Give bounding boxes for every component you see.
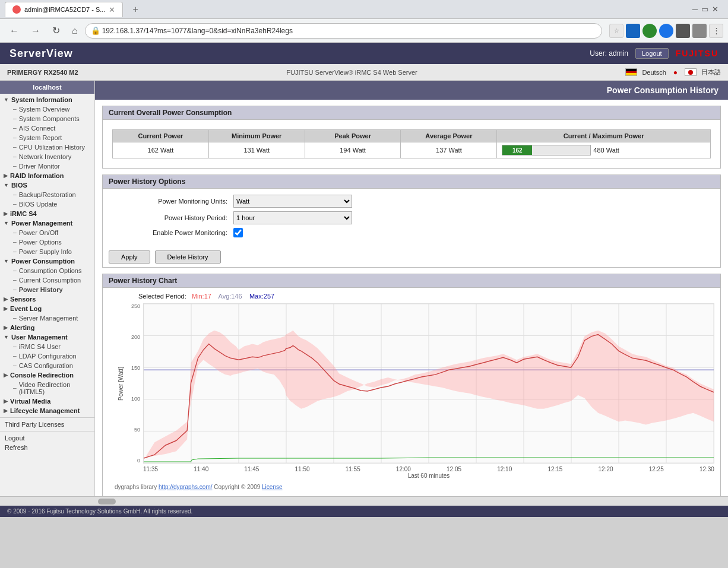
- sidebar-item-cas[interactable]: ─ CAS Configuration: [0, 361, 94, 370]
- license-link[interactable]: License: [262, 484, 282, 490]
- restore-button[interactable]: ▭: [701, 5, 708, 14]
- power-bar-outer: 162: [502, 145, 591, 156]
- sidebar-item-system-overview[interactable]: ─ System Overview: [0, 104, 94, 114]
- label: Consumption Options: [19, 267, 82, 274]
- sidebar-item-bios[interactable]: ▼ BIOS: [0, 180, 94, 190]
- app-header-user: User: admin Logout FUJITSU: [590, 48, 718, 59]
- sidebar-item-irmc-s4[interactable]: ▶ iRMC S4: [0, 209, 94, 218]
- sidebar-item-power-on-off[interactable]: ─ Power On/Off: [0, 228, 94, 237]
- col-average: Average Power: [401, 130, 497, 142]
- dygraphs-link[interactable]: http://dygraphs.com/: [159, 484, 213, 490]
- max-val: Max:257: [249, 293, 274, 300]
- chart-title: Power History Chart: [103, 274, 720, 288]
- sidebar-item-server-mgmt[interactable]: ─ Server Management: [0, 313, 94, 323]
- label: Power On/Off: [19, 229, 58, 236]
- label-units: Power Monitoring Units:: [115, 198, 233, 205]
- sidebar-item-power-mgmt[interactable]: ▼ Power Management: [0, 218, 94, 228]
- sidebar-item-event-log[interactable]: ▶ Event Log: [0, 304, 94, 313]
- sidebar-item-system-info[interactable]: ▼ System Information: [0, 95, 94, 104]
- x-tick: 11:50: [295, 466, 310, 472]
- sidebar-item-alerting[interactable]: ▶ Alerting: [0, 323, 94, 332]
- bookmark-icon[interactable]: ☆: [609, 24, 623, 38]
- enable-checkbox[interactable]: [233, 228, 243, 237]
- sidebar-item-system-report[interactable]: ─ System Report: [0, 133, 94, 142]
- ext-icon-5[interactable]: [692, 24, 707, 38]
- x-tick: 12:20: [599, 466, 613, 472]
- label: User Management: [11, 334, 68, 341]
- sidebar-item-video-redir[interactable]: ─ Video Redirection (HTML5): [0, 380, 94, 396]
- address-input[interactable]: [85, 23, 602, 39]
- col-peak: Peak Power: [305, 130, 401, 142]
- sidebar-item-raid-info[interactable]: ▶ RAID Information: [0, 171, 94, 180]
- home-button[interactable]: ⌂: [67, 23, 83, 39]
- table-row: 162 Watt 131 Watt 194 Watt 137 Watt 162: [113, 142, 711, 158]
- forward-button[interactable]: →: [26, 23, 45, 39]
- sidebar-item-current-consumption[interactable]: ─ Current Consumption: [0, 275, 94, 285]
- sidebar-item-user-mgmt[interactable]: ▼ User Management: [0, 332, 94, 342]
- sidebar-item-backup[interactable]: ─ Backup/Restoration: [0, 190, 94, 199]
- sidebar-item-sensors[interactable]: ▶ Sensors: [0, 294, 94, 304]
- form-row-units: Power Monitoring Units: Watt BTU/hr: [115, 195, 708, 208]
- sidebar-item-driver-monitor[interactable]: ─ Driver Monitor: [0, 161, 94, 171]
- delete-history-button[interactable]: Delete History: [155, 250, 221, 264]
- scrollbar-thumb[interactable]: [98, 499, 116, 504]
- sidebar-item-ais-connect[interactable]: ─ AIS Connect: [0, 123, 94, 133]
- sidebar-item-console-redir[interactable]: ▶ Console Redirection: [0, 370, 94, 380]
- sidebar-item-lifecycle[interactable]: ▶ Lifecycle Management: [0, 406, 94, 415]
- language-label[interactable]: Deutsch: [642, 69, 666, 76]
- tab-close-button[interactable]: ✕: [109, 5, 115, 14]
- period-select[interactable]: 1 hour 12 hours 24 hours 7 days: [233, 211, 352, 224]
- sidebar-item-refresh[interactable]: Refresh: [0, 443, 94, 452]
- sidebar-item-bios-update[interactable]: ─ BIOS Update: [0, 199, 94, 209]
- sidebar-item-power-options[interactable]: ─ Power Options: [0, 237, 94, 247]
- close-window-button[interactable]: ✕: [712, 5, 718, 14]
- sidebar-item-third-party[interactable]: Third Party Licenses: [0, 420, 94, 429]
- sidebar-item-consumption-options[interactable]: ─ Consumption Options: [0, 266, 94, 275]
- menu-icon[interactable]: ⋮: [709, 24, 723, 38]
- ext-icon-3[interactable]: [659, 24, 673, 38]
- flag-de[interactable]: [625, 68, 637, 76]
- apply-button[interactable]: Apply: [109, 250, 150, 264]
- sidebar-item-virtual-media[interactable]: ▶ Virtual Media: [0, 396, 94, 406]
- ext-icon-4[interactable]: [676, 24, 690, 38]
- label: Power Consumption: [11, 258, 75, 265]
- x-tick: 12:05: [447, 466, 461, 472]
- units-select[interactable]: Watt BTU/hr: [233, 195, 352, 208]
- logout-button[interactable]: Logout: [635, 48, 669, 59]
- chart-x-title: Last 60 minutes: [143, 472, 714, 479]
- ext-icon-1[interactable]: [626, 24, 640, 38]
- label: Virtual Media: [10, 398, 50, 405]
- sidebar-item-power-supply[interactable]: ─ Power Supply Info: [0, 247, 94, 256]
- sidebar-item-power-consumption[interactable]: ▼ Power Consumption: [0, 256, 94, 266]
- browser-tab[interactable]: admin@iRMCA52CD7 - S... ✕: [5, 2, 123, 17]
- sidebar-item-logout[interactable]: Logout: [0, 433, 94, 443]
- sidebar-item-system-components[interactable]: ─ System Components: [0, 114, 94, 123]
- label: BIOS: [11, 182, 27, 189]
- back-button[interactable]: ←: [5, 23, 24, 39]
- ext-icon-2[interactable]: [642, 24, 657, 38]
- sidebar-item-irmc-user[interactable]: ─ iRMC S4 User: [0, 342, 94, 351]
- sidebar-item-ldap[interactable]: ─ LDAP Configuration: [0, 351, 94, 361]
- y-tick-250: 250: [131, 303, 140, 309]
- form-row-period: Power History Period: 1 hour 12 hours 24…: [115, 211, 708, 224]
- bar-max-label: 480 Watt: [593, 147, 619, 154]
- new-tab-button[interactable]: +: [126, 2, 144, 17]
- min-val: Min:17: [192, 293, 211, 300]
- current-power-title: Current Overall Power Consumption: [103, 106, 720, 120]
- sidebar-item-cpu-util[interactable]: ─ CPU Utilization History: [0, 142, 94, 152]
- col-current: Current Power: [113, 130, 209, 142]
- x-tick: 12:30: [699, 466, 714, 472]
- label: Power History: [19, 286, 63, 293]
- sidebar-item-power-history[interactable]: ─ Power History: [0, 285, 94, 294]
- power-table: Current Power Minimum Power Peak Power A…: [112, 129, 711, 158]
- sidebar-item-network-inventory[interactable]: ─ Network Inventory: [0, 152, 94, 161]
- minimize-button[interactable]: ─: [692, 5, 698, 14]
- flag-jp[interactable]: [685, 68, 697, 76]
- expand-icon: ▶: [4, 211, 8, 217]
- reload-button[interactable]: ↻: [48, 23, 65, 39]
- jp-label[interactable]: 日本語: [701, 68, 721, 77]
- h-scrollbar[interactable]: [0, 496, 728, 506]
- label: Refresh: [5, 444, 28, 451]
- label: Server Management: [19, 315, 78, 322]
- expand-icon: ▶: [4, 306, 8, 312]
